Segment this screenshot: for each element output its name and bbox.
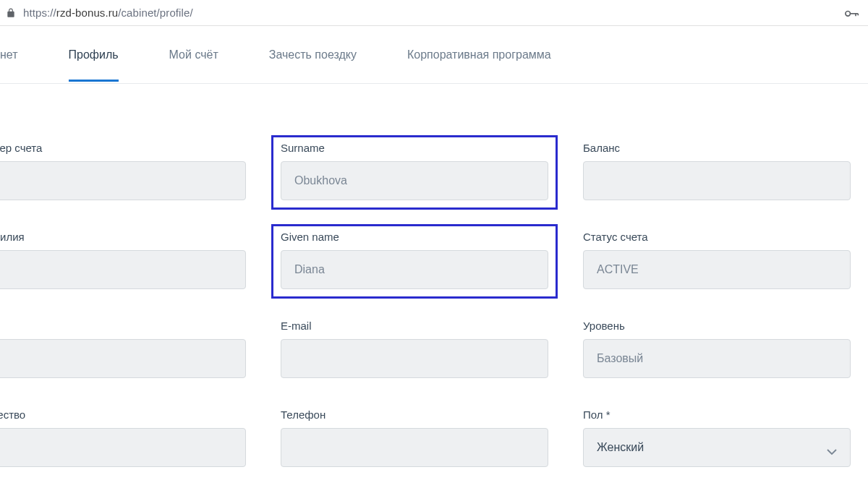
level-input[interactable] [583,339,851,378]
given-name-label: Given name [281,231,548,243]
given-name-input[interactable] [281,250,548,289]
surname-ru-label: Фамилия [0,231,246,243]
gender-label: Пол * [583,408,851,421]
status-input[interactable] [583,250,851,289]
chevron-down-icon [827,445,837,450]
name-ru-input[interactable] [0,339,246,378]
tab-account[interactable]: Мой счёт [169,28,218,82]
tab-credit-trip[interactable]: Зачесть поездку [269,28,357,82]
account-number-label: Номер счета [0,142,246,154]
key-icon[interactable] [845,8,859,18]
gender-select[interactable]: Женский [583,428,851,467]
patronymic-input[interactable] [0,428,246,467]
account-number-input[interactable] [0,161,246,200]
phone-label: Телефон [281,408,548,421]
name-ru-label: Имя [0,320,246,332]
surname-input[interactable] [281,161,548,200]
surname-label: Surname [281,142,548,154]
surname-ru-input[interactable] [0,250,246,289]
svg-point-0 [846,11,851,16]
level-label: Уровень [583,320,851,332]
profile-form: Номер счета Фамилия Имя Отчество Surname… [0,84,868,467]
email-label: E-mail [281,320,548,332]
tab-cabinet[interactable]: нет [0,28,18,82]
lock-icon [6,8,16,18]
patronymic-label: Отчество [0,408,246,421]
surname-group-highlighted: Surname [271,135,558,210]
phone-input[interactable] [281,428,548,467]
status-label: Статус счета [583,231,851,243]
given-name-group-highlighted: Given name [271,224,558,299]
tabs-nav: нет Профиль Мой счёт Зачесть поездку Кор… [0,26,868,84]
tab-corporate[interactable]: Корпоративная программа [407,28,551,82]
url-text[interactable]: https://rzd-bonus.ru/cabinet/profile/ [23,7,193,19]
gender-value: Женский [597,441,644,454]
tab-profile[interactable]: Профиль [69,28,119,82]
balance-input[interactable] [583,161,851,200]
browser-url-bar: https://rzd-bonus.ru/cabinet/profile/ [0,0,868,26]
email-input[interactable] [281,339,548,378]
balance-label: Баланс [583,142,851,154]
